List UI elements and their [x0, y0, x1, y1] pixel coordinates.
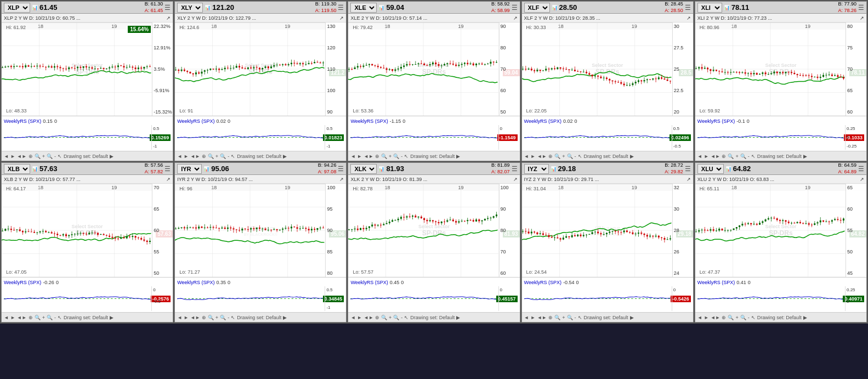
toolbar-tool[interactable]: ►: [704, 154, 709, 159]
toolbar-tool[interactable]: ⊕: [29, 154, 33, 159]
toolbar-label[interactable]: Drawing set: Default: [584, 315, 628, 320]
toolbar-tool[interactable]: ►: [184, 154, 189, 159]
toolbar-tool[interactable]: ◄►: [364, 154, 373, 159]
ticker-select[interactable]: XLB: [4, 164, 30, 174]
toolbar-tool[interactable]: ⊕: [202, 154, 206, 159]
toolbar-tool[interactable]: 🔍: [220, 315, 226, 320]
expand-icon[interactable]: ↗: [687, 177, 691, 182]
toolbar-tool[interactable]: ⊕: [548, 154, 553, 159]
toolbar-tool[interactable]: -: [228, 315, 229, 320]
menu-icon[interactable]: ☰: [858, 165, 864, 173]
toolbar-tool[interactable]: ◄►: [537, 315, 547, 320]
menu-icon[interactable]: ☰: [858, 4, 864, 12]
toolbar-tool[interactable]: -: [575, 315, 576, 320]
ticker-select[interactable]: IYR: [177, 164, 202, 174]
toolbar-tool[interactable]: 🔍: [35, 315, 41, 320]
toolbar-tool[interactable]: ↖: [231, 315, 235, 320]
toolbar-tool[interactable]: ◄►: [17, 154, 27, 159]
expand-icon[interactable]: ↗: [860, 177, 864, 182]
toolbar-tool[interactable]: ↖: [58, 315, 62, 320]
menu-icon[interactable]: ☰: [512, 4, 518, 12]
toolbar-tool[interactable]: +: [735, 315, 738, 320]
toolbar-tool[interactable]: ◄►: [190, 154, 200, 159]
toolbar-label[interactable]: Drawing set: Default: [584, 154, 628, 159]
expand-icon[interactable]: ↗: [513, 15, 518, 21]
toolbar-tool[interactable]: +: [215, 315, 218, 320]
toolbar-tool[interactable]: ◄►: [17, 315, 27, 320]
chart-area[interactable]: Select SectorSP·DRsHi: 30.33Lo: 22.0528.…: [522, 22, 693, 116]
toolbar-tool[interactable]: ◄►: [190, 315, 200, 320]
toolbar-tool[interactable]: 🔍: [393, 315, 399, 320]
toolbar-tool[interactable]: ↖: [404, 315, 409, 320]
toolbar-tool[interactable]: ►: [704, 315, 709, 320]
chart-area[interactable]: Select SectorSP·DRsHi: 64.17Lo: 47.0557.…: [2, 184, 173, 277]
toolbar-tool[interactable]: +: [389, 154, 392, 159]
ticker-select[interactable]: XLP: [4, 3, 30, 13]
toolbar-tool[interactable]: ►: [531, 154, 536, 159]
menu-icon[interactable]: ☰: [164, 165, 171, 173]
toolbar-label[interactable]: Drawing set: Default: [237, 154, 281, 159]
toolbar-tool[interactable]: -: [54, 154, 56, 159]
toolbar-tool[interactable]: ↖: [231, 154, 235, 159]
toolbar-tool[interactable]: -: [228, 154, 229, 159]
toolbar-tool[interactable]: ►: [10, 154, 15, 159]
toolbar-tool[interactable]: ◄►: [711, 154, 721, 159]
toolbar-tool[interactable]: +: [215, 154, 218, 159]
toolbar-tool[interactable]: +: [562, 315, 565, 320]
toolbar-tool[interactable]: +: [42, 154, 45, 159]
toolbar-tool[interactable]: 🔍: [47, 315, 53, 320]
toolbar-tool[interactable]: 🔍: [554, 154, 560, 159]
toolbar-tool[interactable]: ◄►: [711, 315, 721, 320]
toolbar-tool[interactable]: 🔍: [740, 154, 746, 159]
chart-area[interactable]: Select SectorSP·DRsHi: 61.92Lo: 48.3315.…: [2, 22, 173, 116]
toolbar-tool[interactable]: 🔍: [208, 154, 214, 159]
ticker-select[interactable]: XLE: [350, 3, 377, 13]
toolbar-label[interactable]: Drawing set: Default: [757, 154, 802, 159]
toolbar-tool[interactable]: 🔍: [567, 315, 573, 320]
toolbar-tool[interactable]: 🔍: [208, 315, 214, 320]
toolbar-label[interactable]: Drawing set: Default: [64, 315, 108, 320]
toolbar-tool[interactable]: -: [401, 154, 402, 159]
chart-area[interactable]: Select SectorSP·DRsHi: 79.42Lo: 53.3659.…: [348, 22, 519, 116]
toolbar-tool[interactable]: ►: [184, 315, 189, 320]
expand-icon[interactable]: ↗: [166, 177, 171, 182]
toolbar-tool[interactable]: ⊕: [375, 154, 379, 159]
expand-icon[interactable]: ↗: [860, 15, 864, 21]
menu-icon[interactable]: ☰: [164, 4, 171, 12]
toolbar-tool[interactable]: +: [562, 154, 565, 159]
toolbar-tool[interactable]: ⊕: [202, 315, 206, 320]
ticker-select[interactable]: XLU: [697, 164, 724, 174]
expand-icon[interactable]: ↗: [339, 15, 344, 21]
chart-area[interactable]: Select SectorSP·DRsHi: 82.78Lo: 57.5781.…: [348, 184, 519, 277]
toolbar-tool[interactable]: ↖: [578, 154, 582, 159]
toolbar-tool[interactable]: +: [389, 315, 392, 320]
toolbar-tool[interactable]: ↖: [404, 154, 409, 159]
toolbar-tool[interactable]: ◄►: [364, 315, 373, 320]
toolbar-label[interactable]: Drawing set: Default: [237, 315, 281, 320]
toolbar-tool[interactable]: ►: [357, 315, 362, 320]
toolbar-tool[interactable]: 🔍: [381, 154, 387, 159]
toolbar-tool[interactable]: ►: [10, 315, 15, 320]
expand-icon[interactable]: ↗: [166, 15, 171, 21]
toolbar-tool[interactable]: 🔍: [740, 315, 746, 320]
toolbar-tool[interactable]: 🔍: [220, 154, 226, 159]
ticker-select[interactable]: XLI: [697, 3, 722, 13]
toolbar-tool[interactable]: 🔍: [728, 315, 734, 320]
toolbar-tool[interactable]: ↖: [578, 315, 582, 320]
toolbar-tool[interactable]: ►: [357, 154, 362, 159]
toolbar-label[interactable]: Drawing set: Default: [410, 154, 455, 159]
expand-icon[interactable]: ↗: [687, 15, 691, 21]
menu-icon[interactable]: ☰: [685, 4, 691, 12]
toolbar-label[interactable]: Drawing set: Default: [64, 154, 108, 159]
toolbar-tool[interactable]: 🔍: [567, 154, 573, 159]
expand-icon[interactable]: ↗: [339, 177, 344, 182]
toolbar-tool[interactable]: -: [748, 315, 750, 320]
toolbar-label[interactable]: Drawing set: Default: [757, 315, 802, 320]
toolbar-tool[interactable]: -: [575, 154, 576, 159]
menu-icon[interactable]: ☰: [512, 165, 518, 173]
toolbar-tool[interactable]: ⊕: [375, 315, 379, 320]
menu-icon[interactable]: ☰: [338, 4, 344, 12]
toolbar-label[interactable]: Drawing set: Default: [410, 315, 455, 320]
toolbar-tool[interactable]: 🔍: [728, 154, 734, 159]
expand-icon[interactable]: ↗: [513, 177, 518, 182]
